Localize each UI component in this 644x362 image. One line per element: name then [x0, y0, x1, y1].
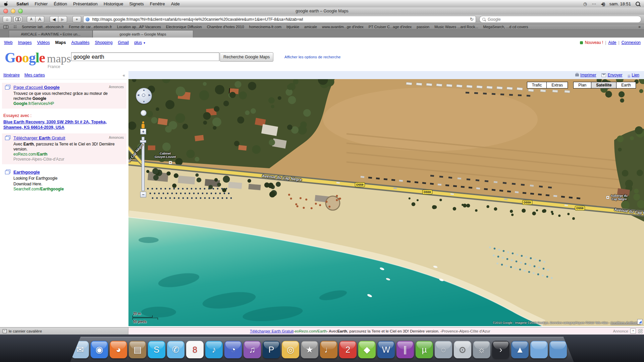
- bookmarks-book-icon[interactable]: [3, 25, 8, 29]
- pan-down-icon[interactable]: ▼: [143, 100, 145, 103]
- envoyer-link[interactable]: Envoyer: [601, 73, 622, 77]
- poi-icon[interactable]: [169, 161, 172, 164]
- nav-shopping[interactable]: Shopping: [95, 40, 113, 45]
- menu-historique[interactable]: Historique: [101, 1, 126, 6]
- lien-link[interactable]: ∞Lien: [628, 73, 639, 77]
- displays-icon[interactable]: ⋯: [592, 1, 596, 6]
- dock-icon[interactable]: [530, 341, 548, 358]
- menu-edition[interactable]: Édition: [51, 1, 70, 6]
- bookmarks-overflow[interactable]: »: [638, 24, 641, 29]
- dock-icon[interactable]: ☺: [52, 341, 70, 358]
- bookmark-item[interactable]: Ferme de car...eboncoin.fr: [69, 25, 112, 29]
- dock-icon[interactable]: ◌: [435, 341, 452, 358]
- trafic-button[interactable]: Trafic: [527, 82, 547, 88]
- dock-icon[interactable]: S: [148, 341, 165, 358]
- tab-google-earth[interactable]: google earth – Google Maps: [93, 30, 193, 38]
- menu-clock[interactable]: sam. 18:51: [609, 1, 631, 6]
- back-button[interactable]: ◀: [50, 16, 58, 22]
- extras-button[interactable]: Extras: [547, 82, 568, 88]
- bookmark-item[interactable]: PT Cruiser C...age d'index: [369, 25, 412, 29]
- bookmark-item[interactable]: www.avantim...ge d'index: [322, 25, 364, 29]
- annonce-dropdown[interactable]: ▾: [630, 328, 636, 334]
- menu-presentation[interactable]: Présentation: [70, 1, 101, 6]
- bookmark-item[interactable]: passion: [417, 25, 429, 29]
- zoom-out-button[interactable]: −: [140, 192, 146, 197]
- volume-icon[interactable]: ◂))): [601, 1, 605, 6]
- maps-query-input[interactable]: [71, 52, 219, 61]
- spotlight-icon[interactable]: [636, 2, 640, 6]
- dock-icon[interactable]: ◎: [282, 341, 299, 358]
- toolbar-search-input[interactable]: [487, 17, 638, 22]
- ad-title-link[interactable]: Page d'accueil Google: [13, 85, 60, 90]
- home-button[interactable]: ⌂: [3, 16, 11, 22]
- pan-up-icon[interactable]: ▲: [143, 88, 145, 92]
- dock-icon[interactable]: ♪: [205, 341, 223, 358]
- zoom-in-button[interactable]: +: [140, 129, 146, 134]
- menu-aide[interactable]: Aide: [168, 1, 183, 6]
- bookmark-item[interactable]: MegaSearch, ...d cd covers: [483, 25, 528, 29]
- dock-icon[interactable]: ☼: [473, 341, 490, 358]
- bookmarks-grid-icon[interactable]: [13, 25, 17, 28]
- dock-icon[interactable]: ›: [492, 341, 509, 358]
- nav-images[interactable]: Images: [18, 40, 32, 45]
- bookmarks-button[interactable]: [13, 16, 22, 22]
- address-bar[interactable]: ↻: [83, 16, 476, 23]
- search-options-link[interactable]: Afficher les options de recherche: [284, 55, 340, 59]
- dock-icon[interactable]: ◉: [91, 341, 108, 358]
- aide-link[interactable]: Aide: [608, 40, 616, 45]
- dock-icon[interactable]: ✆: [167, 341, 184, 358]
- resize-grip[interactable]: [638, 329, 643, 334]
- dock-icon[interactable]: ▲: [511, 341, 529, 358]
- time-machine-icon[interactable]: ◷: [583, 1, 587, 6]
- poi-icon[interactable]: [606, 196, 609, 199]
- terms-link[interactable]: Conditions d'utilisation: [611, 321, 641, 324]
- overview-map-toggle[interactable]: [637, 319, 643, 324]
- bookmark-item[interactable]: amicale: [304, 25, 317, 29]
- satellite-button[interactable]: Satellite: [591, 82, 616, 88]
- map-pan-control[interactable]: ▲ ▼ ◀ ▶: [136, 88, 152, 104]
- nav-web[interactable]: Web: [4, 40, 12, 45]
- pan-center-button[interactable]: [142, 94, 145, 97]
- nav-plus[interactable]: plus: [134, 40, 142, 45]
- dock-icon[interactable]: ◔: [224, 341, 242, 358]
- bookmark-item[interactable]: Electronique Diffusion: [166, 25, 202, 29]
- bookmark-item[interactable]: Location ap...AP Vacances: [117, 25, 161, 29]
- maps-search-button[interactable]: Recherche Google Maps: [220, 52, 273, 62]
- trash-icon[interactable]: ▥: [574, 341, 592, 358]
- map-canvas[interactable]: Trafic Extras Plan Satellite Earth ▲ ▼ ◀…: [128, 79, 644, 326]
- dock-icon[interactable]: ◕: [110, 341, 127, 358]
- mes-cartes-link[interactable]: Mes cartes: [24, 73, 45, 77]
- status-ad-link[interactable]: Télécharger Earth Gratuit: [250, 329, 293, 333]
- dock-icon[interactable]: ♫: [244, 341, 261, 358]
- forward-button[interactable]: ▶: [58, 16, 67, 22]
- dock-icon[interactable]: ★: [301, 341, 318, 358]
- bookmark-item[interactable]: Sommier latt...eboncoin.fr: [22, 25, 64, 29]
- dock-icon[interactable]: µ: [416, 341, 433, 358]
- dock-icon[interactable]: ✉: [71, 341, 89, 358]
- connexion-link[interactable]: Connexion: [622, 40, 641, 45]
- new-tab-button[interactable]: +: [72, 16, 81, 22]
- pegman-icon[interactable]: [141, 121, 145, 129]
- ad-title-link[interactable]: Earthgoogle: [13, 170, 40, 175]
- dock-icon[interactable]: [549, 341, 567, 358]
- url-input[interactable]: [92, 17, 468, 22]
- apple-menu-icon[interactable]: [4, 1, 9, 6]
- sidebar-collapse-button[interactable]: «: [123, 73, 125, 78]
- dock-icon[interactable]: ⊙: [454, 341, 471, 358]
- itineraire-link[interactable]: Itinéraire: [3, 73, 20, 77]
- ad-title-link[interactable]: Télécharger Earth Gratuit: [13, 135, 65, 140]
- dock-icon[interactable]: W: [377, 341, 395, 358]
- dock-icon[interactable]: ▤: [129, 341, 146, 358]
- menu-fichier[interactable]: Fichier: [32, 1, 51, 6]
- suggestion-link[interactable]: Blue Earth Recovery, 3300 SW 29th St # 2…: [3, 119, 117, 130]
- plus-box-icon[interactable]: +: [3, 329, 7, 333]
- menu-safari[interactable]: Safari: [13, 1, 32, 6]
- nav-gmail[interactable]: Gmail: [118, 40, 129, 45]
- dock-icon[interactable]: ∥: [396, 341, 414, 358]
- pan-left-icon[interactable]: ◀: [137, 94, 139, 97]
- imprimer-link[interactable]: Imprimer: [575, 73, 596, 77]
- earth-button[interactable]: Earth: [616, 82, 636, 88]
- bookmark-item[interactable]: Music Waves ...ard Rock...: [434, 25, 478, 29]
- pan-right-icon[interactable]: ▶: [149, 94, 151, 97]
- title-bar[interactable]: google earth – Google Maps: [0, 7, 644, 15]
